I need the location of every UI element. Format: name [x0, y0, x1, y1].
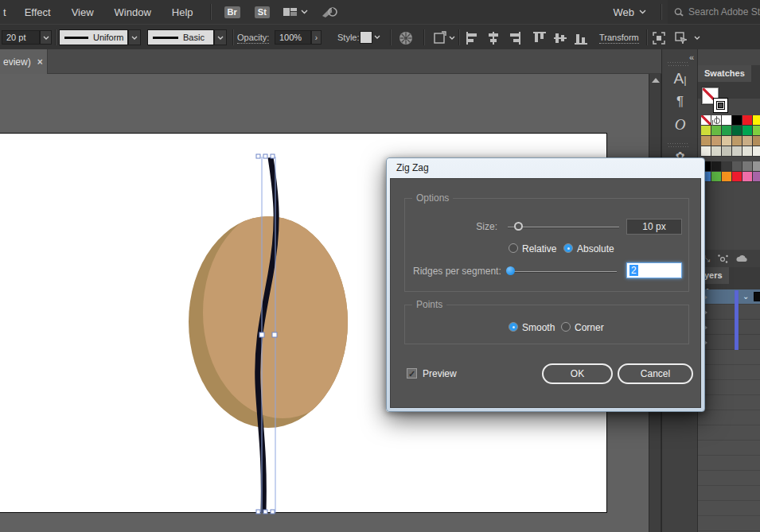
corner-radio[interactable]: [561, 322, 571, 332]
ridges-slider-handle[interactable]: [506, 266, 515, 275]
stroke-weight-field[interactable]: 20 pt: [2, 30, 40, 45]
search-input[interactable]: Search Adobe Sto: [668, 0, 760, 24]
stroke-swatch[interactable]: [713, 98, 728, 113]
menu-item-window[interactable]: Window: [104, 6, 162, 18]
opentype-panel-icon[interactable]: O: [662, 116, 698, 134]
preview-label[interactable]: Preview: [423, 368, 457, 379]
layer-row[interactable]: [698, 335, 760, 350]
stock-button[interactable]: St: [255, 6, 270, 18]
relative-radio[interactable]: [509, 243, 518, 253]
panel-grip[interactable]: [668, 143, 688, 147]
swatch[interactable]: [711, 115, 722, 126]
align-center-vertical-icon[interactable]: [552, 30, 568, 46]
swatch[interactable]: [722, 172, 732, 182]
align-top-icon[interactable]: [532, 30, 548, 46]
workspace-select[interactable]: Web: [606, 6, 655, 18]
swatch[interactable]: [753, 172, 760, 182]
close-icon[interactable]: ×: [37, 56, 43, 68]
brush-definition-select[interactable]: Basic: [147, 29, 214, 45]
swatch[interactable]: [753, 146, 760, 157]
recolor-artwork-icon[interactable]: [398, 30, 414, 46]
menu-item-view[interactable]: View: [61, 6, 104, 18]
size-slider-handle[interactable]: [514, 222, 523, 231]
swatch[interactable]: [722, 115, 732, 126]
ok-button[interactable]: OK: [542, 363, 613, 384]
swatch[interactable]: [711, 126, 722, 136]
document-tab[interactable]: eview) ×: [0, 49, 48, 74]
cancel-button[interactable]: Cancel: [618, 363, 693, 384]
preview-checkbox[interactable]: ✓: [407, 368, 417, 379]
scroll-up-arrow-icon[interactable]: [652, 78, 660, 83]
opacity-stepper[interactable]: ›: [311, 30, 322, 45]
corner-radio-label[interactable]: Corner: [575, 322, 604, 333]
swatch[interactable]: [732, 161, 742, 172]
opacity-field[interactable]: 100%: [275, 30, 311, 45]
panel-grip[interactable]: [668, 62, 688, 66]
chevron-down-icon[interactable]: ⌄: [742, 292, 749, 301]
swatch[interactable]: [701, 126, 711, 136]
workspace-switcher-button[interactable]: [283, 6, 308, 17]
transform-link[interactable]: Transform: [599, 33, 639, 44]
swatch[interactable]: [722, 136, 732, 146]
paragraph-panel-icon[interactable]: ¶: [662, 94, 698, 110]
swatch[interactable]: [732, 172, 742, 182]
width-profile-select[interactable]: Uniform: [59, 29, 128, 45]
collapse-panels-icon[interactable]: «: [689, 52, 692, 62]
swatch[interactable]: [753, 126, 760, 136]
swatch[interactable]: [711, 172, 722, 182]
swatch[interactable]: [722, 146, 732, 157]
menu-item-truncated[interactable]: t: [0, 6, 14, 18]
swatch[interactable]: [753, 161, 760, 172]
align-center-horizontal-icon[interactable]: [485, 30, 501, 46]
swatch[interactable]: [742, 146, 753, 157]
isolate-object-icon[interactable]: [673, 30, 689, 46]
width-profile-dropdown-button[interactable]: [128, 29, 141, 45]
tab-swatches[interactable]: Swatches: [698, 65, 751, 82]
layer-thumbnail[interactable]: [754, 292, 760, 301]
graphic-style-swatch[interactable]: [360, 31, 372, 44]
ridges-slider-track[interactable]: [508, 271, 617, 272]
swatch[interactable]: [732, 126, 742, 136]
swatch[interactable]: [753, 136, 760, 146]
swatch[interactable]: [711, 161, 722, 172]
align-bottom-icon[interactable]: [573, 30, 589, 46]
swatch[interactable]: [701, 115, 711, 126]
size-value-field[interactable]: 10 px: [626, 219, 682, 235]
ridges-value-field[interactable]: 2: [626, 262, 682, 278]
swatch[interactable]: [753, 115, 760, 126]
swatch[interactable]: [732, 146, 742, 157]
swatch[interactable]: [722, 161, 732, 172]
layer-row[interactable]: [698, 305, 760, 320]
swatch[interactable]: [711, 136, 722, 146]
dialog-title[interactable]: Zig Zag: [387, 158, 704, 178]
align-left-icon[interactable]: [465, 30, 481, 46]
size-slider-track[interactable]: [508, 227, 619, 227]
relative-radio-label[interactable]: Relative: [522, 243, 556, 254]
fill-stroke-indicator[interactable]: [702, 87, 734, 116]
swatch[interactable]: [732, 115, 742, 126]
smooth-radio[interactable]: [509, 322, 518, 332]
cloud-icon[interactable]: [736, 254, 749, 262]
layer-row[interactable]: [698, 320, 760, 335]
swatch[interactable]: [742, 136, 753, 146]
shape-properties-icon[interactable]: [651, 30, 667, 46]
brush-dropdown-button[interactable]: [214, 29, 227, 45]
node-link-icon[interactable]: [718, 254, 728, 263]
swatch[interactable]: [742, 115, 753, 126]
swatch[interactable]: [701, 136, 711, 146]
swatch[interactable]: [742, 172, 753, 182]
swatch[interactable]: [742, 161, 753, 172]
menu-item-help[interactable]: Help: [162, 6, 204, 18]
more-options-dropdown[interactable]: [694, 36, 700, 40]
absolute-radio-label[interactable]: Absolute: [577, 243, 614, 254]
opacity-link[interactable]: Opacity:: [237, 33, 269, 44]
touch-workspace-button[interactable]: [321, 5, 338, 19]
layer-row[interactable]: ⌄: [698, 289, 760, 305]
swatch[interactable]: [711, 146, 722, 157]
swatch[interactable]: [732, 136, 742, 146]
absolute-radio[interactable]: [563, 243, 573, 253]
character-panel-icon[interactable]: A|: [662, 70, 698, 87]
stroke-weight-dropdown-button[interactable]: [40, 30, 52, 45]
bridge-button[interactable]: Br: [224, 6, 240, 18]
document-setup-dropdown[interactable]: [449, 36, 455, 40]
